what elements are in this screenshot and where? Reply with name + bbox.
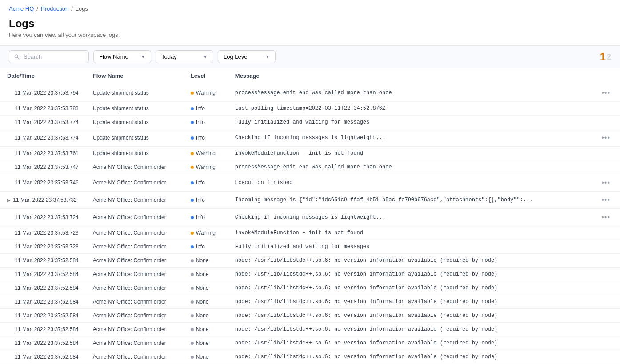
level-label: Info: [196, 105, 205, 112]
cell-message: processMessage emit end was called more …: [228, 84, 592, 102]
cell-message: node: /usr/lib/libstdc++.so.6: no versio…: [228, 323, 592, 336]
cell-level: Info: [184, 209, 228, 226]
level-label: Info: [196, 135, 205, 141]
cell-flowname: Acme NY Office: Confirm order: [86, 209, 184, 226]
table-row: 11 Mar, 2022 23:37:53.774 Update shipmen…: [0, 129, 620, 147]
search-input[interactable]: [24, 53, 81, 60]
level-label: None: [196, 257, 209, 264]
level-label: Warning: [196, 150, 216, 156]
table-row: 11 Mar, 2022 23:37:53.747 Acme NY Office…: [0, 160, 620, 174]
table-row: 11 Mar, 2022 23:37:53.724 Acme NY Office…: [0, 209, 620, 226]
table-row: 11 Mar, 2022 23:37:52.584 Acme NY Office…: [0, 254, 620, 268]
cell-datetime: 11 Mar, 2022 23:37:52.584: [0, 336, 86, 350]
date-dropdown[interactable]: Today ▼: [156, 50, 213, 63]
level-label: Info: [196, 244, 205, 250]
cell-datetime: 11 Mar, 2022 23:37:53.774: [0, 129, 86, 147]
level-label: Warning: [196, 90, 216, 96]
table-row: 11 Mar, 2022 23:37:53.794 Update shipmen…: [0, 84, 620, 102]
cell-datetime: 11 Mar, 2022 23:37:52.584: [0, 323, 86, 336]
cell-flowname: Acme NY Office: Confirm order: [86, 174, 184, 192]
page-number-1: 1: [600, 52, 606, 62]
breadcrumb: Acme HQ / Production / Logs: [0, 0, 620, 14]
cell-flowname: Acme NY Office: Confirm order: [86, 336, 184, 350]
cell-level: None: [184, 281, 228, 295]
level-dot-icon: [191, 136, 194, 140]
level-dot-icon: [191, 181, 194, 184]
logs-table-container: Date/Time Flow Name Level Message 11 Mar…: [0, 68, 620, 364]
level-dot-icon: [191, 232, 194, 235]
flow-name-dropdown[interactable]: Flow Name ▼: [93, 50, 151, 63]
breadcrumb-current: Logs: [76, 5, 88, 12]
cell-flowname: Update shipment status: [86, 129, 184, 147]
table-header-row: Date/Time Flow Name Level Message: [0, 68, 620, 84]
cell-flowname: Acme NY Office: Confirm order: [86, 309, 184, 323]
row-expand-icon[interactable]: ▶: [7, 198, 12, 203]
table-body: 11 Mar, 2022 23:37:53.794 Update shipmen…: [0, 84, 620, 364]
level-dot-icon: [191, 356, 194, 359]
level-label: None: [196, 285, 209, 291]
cell-level: Info: [184, 102, 228, 116]
chevron-down-icon: ▼: [141, 54, 145, 59]
cell-level: Warning: [184, 84, 228, 102]
col-header-message: Message: [228, 68, 592, 84]
level-label: Info: [196, 119, 205, 125]
cell-level: None: [184, 336, 228, 350]
breadcrumb-org[interactable]: Acme HQ: [9, 5, 34, 12]
cell-message: invokeModuleFunction – init is not found: [228, 147, 592, 160]
search-box[interactable]: [9, 50, 89, 63]
level-label: Info: [196, 197, 205, 203]
log-level-dropdown[interactable]: Log Level ▼: [218, 50, 276, 63]
level-dot-icon: [191, 259, 194, 262]
table-row: 11 Mar, 2022 23:37:53.723 Acme NY Office…: [0, 226, 620, 240]
level-dot-icon: [191, 216, 194, 219]
level-dot-icon: [191, 92, 194, 95]
cell-flowname: Acme NY Office: Confirm order: [86, 226, 184, 240]
row-more-button[interactable]: •••: [599, 195, 613, 205]
cell-message: processMessage emit end was called more …: [228, 160, 592, 174]
cell-level: None: [184, 309, 228, 323]
col-header-datetime: Date/Time: [0, 68, 86, 84]
table-row: ▶ 11 Mar, 2022 23:37:53.732 Acme NY Offi…: [0, 192, 620, 209]
cell-datetime: 11 Mar, 2022 23:37:53.761: [0, 147, 86, 160]
cell-datetime: 11 Mar, 2022 23:37:53.794: [0, 84, 86, 102]
level-label: None: [196, 271, 209, 277]
level-label: None: [196, 354, 209, 360]
row-more-button[interactable]: •••: [599, 212, 613, 222]
search-icon: [14, 54, 20, 60]
cell-message: node: /usr/lib/libstdc++.so.6: no versio…: [228, 309, 592, 323]
col-header-flowname: Flow Name: [86, 68, 184, 84]
cell-datetime: 11 Mar, 2022 23:37:53.746: [0, 174, 86, 192]
chevron-down-icon: ▼: [265, 54, 270, 59]
cell-message: Last polling timestamp=2022-03-11T22:34:…: [228, 102, 592, 116]
cell-level: Info: [184, 192, 228, 209]
level-dot-icon: [191, 199, 194, 202]
cell-level: Info: [184, 116, 228, 129]
level-label: None: [196, 312, 209, 319]
cell-message: node: /usr/lib/libstdc++.so.6: no versio…: [228, 254, 592, 268]
cell-datetime: 11 Mar, 2022 23:37:53.774: [0, 116, 86, 129]
cell-flowname: Update shipment status: [86, 102, 184, 116]
table-row: 11 Mar, 2022 23:37:53.774 Update shipmen…: [0, 116, 620, 129]
level-label: None: [196, 340, 209, 346]
row-more-button[interactable]: •••: [599, 133, 613, 143]
table-row: 11 Mar, 2022 23:37:52.584 Acme NY Office…: [0, 281, 620, 295]
cell-datetime: 11 Mar, 2022 23:37:52.584: [0, 295, 86, 309]
table-row: 11 Mar, 2022 23:37:52.584 Acme NY Office…: [0, 295, 620, 309]
page-subtitle: Here you can view all your workspace log…: [9, 32, 611, 38]
row-more-button[interactable]: •••: [599, 178, 613, 188]
level-dot-icon: [191, 300, 194, 304]
cell-datetime: 11 Mar, 2022 23:37:52.584: [0, 268, 86, 281]
breadcrumb-sep2: /: [71, 5, 73, 12]
row-more-button[interactable]: •••: [599, 88, 613, 98]
cell-level: Warning: [184, 147, 228, 160]
table-row: 11 Mar, 2022 23:37:53.761 Update shipmen…: [0, 147, 620, 160]
level-dot-icon: [191, 121, 194, 124]
cell-flowname: Acme NY Office: Confirm order: [86, 350, 184, 364]
cell-flowname: Acme NY Office: Confirm order: [86, 254, 184, 268]
svg-line-1: [18, 57, 20, 59]
level-dot-icon: [191, 166, 194, 169]
table-row: 11 Mar, 2022 23:37:53.783 Update shipmen…: [0, 102, 620, 116]
cell-flowname: Update shipment status: [86, 84, 184, 102]
breadcrumb-env[interactable]: Production: [41, 5, 68, 12]
page-number-2: 2: [607, 52, 611, 62]
